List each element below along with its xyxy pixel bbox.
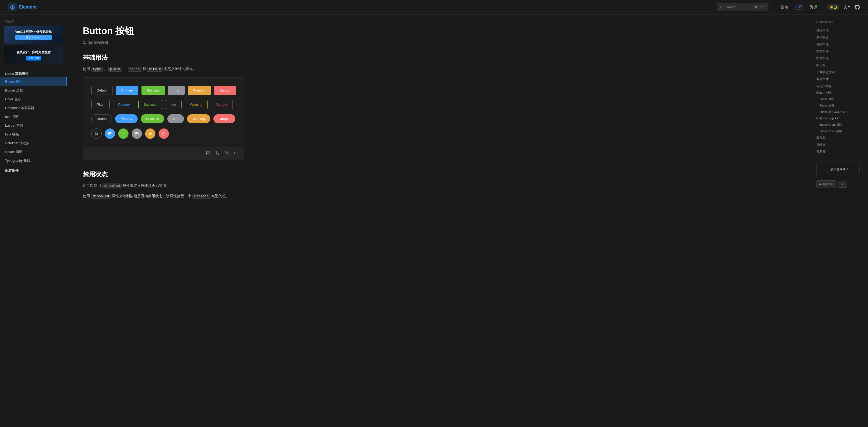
toc-item-13[interactable]: ButtonGroup API: [816, 115, 863, 122]
sponsor-banner-1-content: Vue2/3 可视化-低代码表单 基于 Element: [15, 30, 52, 40]
toc-item-12[interactable]: Button 对外暴露的方法: [816, 109, 863, 115]
toc-item-7[interactable]: 调整尺寸: [816, 76, 863, 83]
btn-circle-default[interactable]: [91, 128, 102, 139]
github-btn[interactable]: [855, 5, 860, 10]
btn-circle-primary[interactable]: [105, 128, 115, 139]
btn-plain-warning[interactable]: Warning: [185, 100, 208, 109]
toc-item-8[interactable]: 自定义颜色: [816, 83, 863, 90]
btn-danger[interactable]: Danger: [214, 86, 236, 95]
btn-plain-danger[interactable]: Danger: [211, 100, 233, 109]
banner2-badge: 免费使用: [26, 56, 41, 61]
toc-item-4[interactable]: 图标按钮: [816, 55, 863, 62]
sponsor-banner-2[interactable]: 在线设计、实时开发交付 免费使用: [4, 46, 63, 64]
toc-item-16[interactable]: 源代码: [816, 134, 863, 141]
btn-circle-success[interactable]: [118, 128, 128, 139]
toc-item-9[interactable]: Button API: [816, 90, 863, 96]
sponsor-cta-btn[interactable]: 成为赞助商！: [819, 165, 860, 174]
button-row-circle: [91, 128, 236, 139]
btn-plain-success[interactable]: Success: [138, 100, 162, 109]
btn-round-default[interactable]: Round: [91, 114, 112, 123]
btn-primary[interactable]: Primary: [116, 86, 138, 95]
sidebar-item-space[interactable]: Space 间距: [0, 147, 67, 156]
btn-round-warning[interactable]: Warning: [187, 114, 210, 123]
fork-icon: [215, 151, 219, 155]
svg-line-2: [723, 8, 723, 8]
toc-item-3[interactable]: 文字按钮: [816, 48, 863, 55]
sidebar-item-border[interactable]: Border 边框: [0, 86, 67, 95]
toc-item-5[interactable]: 按钮组: [816, 62, 863, 69]
toc-item-1[interactable]: 禁用状态: [816, 34, 863, 41]
desc-code2: plain: [108, 67, 122, 72]
sidebar-item-border-label: Border 边框: [5, 89, 23, 92]
search-circle-icon: [95, 132, 98, 135]
toolbar-fork-btn[interactable]: [214, 150, 220, 157]
sponsor-cta-box: 成为赞助商！: [816, 162, 863, 177]
toolbar-flag-btn[interactable]: [205, 150, 211, 157]
flag-icon: [206, 151, 210, 155]
code-icon: [234, 151, 238, 155]
sidebar-item-typography[interactable]: Typography 排版: [0, 156, 67, 165]
sidebar-item-layout[interactable]: Layout 布局: [0, 121, 67, 130]
logo[interactable]: Element+: [8, 3, 39, 11]
toc-title: CONTENTS: [816, 21, 863, 24]
sponsor-label: 赞助商: [0, 20, 67, 26]
btn-warning[interactable]: Warning: [188, 86, 211, 95]
language-btn[interactable]: 文A: [843, 4, 850, 10]
disabled-text-2: 属性来定义按钮是否为禁用。: [123, 184, 170, 188]
toolbar-copy-btn[interactable]: [223, 150, 230, 157]
nav-link-guide[interactable]: 指南: [781, 5, 788, 9]
toc-item-11[interactable]: Button 插槽: [816, 102, 863, 109]
sidebar-item-button[interactable]: Button 按钮: [0, 77, 67, 86]
logo-text: Element+: [19, 4, 39, 10]
toc-item-17[interactable]: 贡献者: [816, 141, 863, 149]
sidebar-item-icon[interactable]: Icon 图标: [0, 112, 67, 121]
button-row-round: Round Primary Success Info Warning Dange…: [91, 114, 236, 123]
toc-item-10[interactable]: Button 属性: [816, 96, 863, 102]
star-circle-icon: [149, 132, 152, 135]
disabled-text-4: 属性来控制按钮是否为禁用状态。该属性接受一个: [112, 194, 191, 198]
btn-round-success[interactable]: Success: [141, 114, 164, 123]
sidebar-item-link[interactable]: Link 链接: [0, 130, 67, 139]
toc-item-6[interactable]: 加载状态按钮: [816, 69, 863, 76]
button-row-normal: Default Primary Success Info Warning Dan…: [91, 86, 236, 95]
svg-line-4: [97, 134, 98, 135]
btn-plain-info[interactable]: Info: [165, 100, 182, 109]
nav-link-components[interactable]: 组件: [795, 4, 803, 10]
button-row-plain: Plain Primary Success Info Warning Dange…: [91, 100, 236, 109]
section1-desc: 使用 type 、 plain 、 round 和 circle 来定义按钮的样…: [83, 66, 244, 72]
sponsor-logo-2-text: bit: [841, 183, 844, 186]
toc-item-2[interactable]: 链接按钮: [816, 41, 863, 48]
navbar: Element+ Search ⌘ K 指南 组件 资源 ☀️🌙 文A: [0, 0, 868, 14]
sidebar-item-color[interactable]: Color 色彩: [0, 95, 67, 104]
toc: CONTENTS 基础用法 禁用状态 链接按钮 文字按钮 图标按钮 按钮组 加载…: [811, 14, 868, 427]
btn-round-primary[interactable]: Primary: [115, 114, 137, 123]
toc-item-18[interactable]: 赞助商: [816, 149, 863, 155]
sponsor-banner-1[interactable]: Vue2/3 可视化-低代码表单 基于 Element: [4, 26, 63, 44]
btn-round-info[interactable]: Info: [167, 114, 184, 123]
btn-default[interactable]: Default: [91, 86, 113, 95]
btn-circle-warning[interactable]: [145, 128, 155, 139]
theme-toggle-btn[interactable]: ☀️🌙: [827, 4, 839, 10]
btn-circle-danger[interactable]: [159, 128, 169, 139]
toc-item-0[interactable]: 基础用法: [816, 27, 863, 34]
search-box[interactable]: Search ⌘ K: [717, 3, 768, 11]
disabled-text-3: 使用: [83, 194, 90, 198]
disabled-text-5: 类型的值。: [211, 194, 229, 198]
nav-link-resources[interactable]: 资源: [810, 5, 817, 9]
btn-success[interactable]: Success: [142, 86, 165, 95]
check-circle-icon: [122, 132, 125, 135]
sidebar-item-scrollbar[interactable]: Scrollbar 滚动条: [0, 139, 67, 147]
toc-item-14[interactable]: Button Group 属性: [816, 122, 863, 128]
sponsor-logo-2[interactable]: bit: [838, 181, 847, 188]
btn-info[interactable]: Info: [168, 86, 185, 95]
btn-round-danger[interactable]: Danger: [213, 114, 235, 123]
btn-plain-default[interactable]: Plain: [91, 100, 110, 109]
sidebar-item-container[interactable]: Container 布局容器: [0, 104, 67, 112]
toolbar-code-btn[interactable]: [233, 150, 239, 157]
btn-plain-primary[interactable]: Primary: [113, 100, 135, 109]
sponsor-logo-1[interactable]: ▶ 构建后台: [816, 180, 836, 188]
main-content: Button 按钮 常用的操作按钮。 基础用法 使用 type 、 plain …: [67, 14, 260, 427]
btn-circle-info[interactable]: [132, 128, 142, 139]
sidebar-item-typography-label: Typography 排版: [5, 159, 31, 163]
toc-item-15[interactable]: ButtonGroup 插槽: [816, 128, 863, 134]
